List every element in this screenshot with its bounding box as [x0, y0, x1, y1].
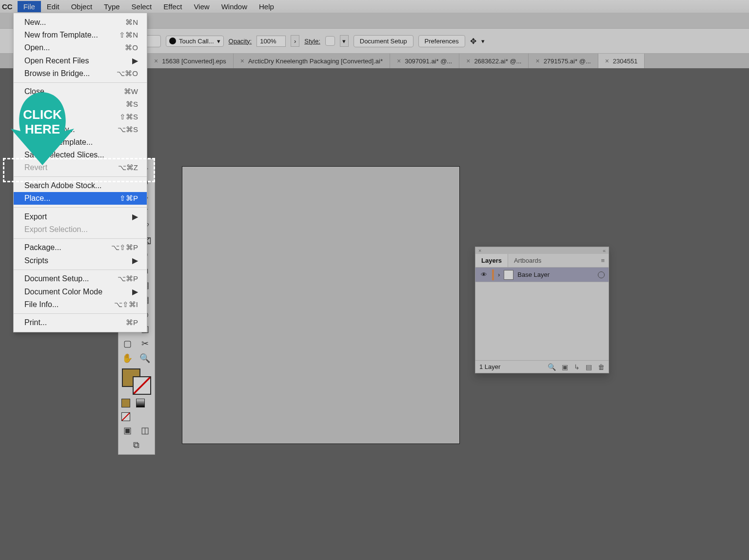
panel-menu-icon[interactable]: ≡	[597, 257, 609, 264]
menu-item[interactable]: Browse in Bridge...⌥⌘O	[14, 67, 147, 80]
menu-item[interactable]: Place...⇧⌘P	[14, 192, 147, 205]
close-icon[interactable]: ×	[466, 57, 470, 65]
menu-item[interactable]: Save as Template...	[14, 136, 147, 149]
menu-item-label: Save a Copy...	[24, 125, 75, 134]
screen-mode[interactable]: ▣	[118, 423, 136, 438]
change-screen[interactable]: ⧉	[118, 438, 154, 452]
menu-window[interactable]: Window	[216, 1, 253, 12]
menu-item-label: Open...	[24, 43, 50, 52]
layer-row[interactable]: 👁 › Base Layer	[475, 268, 609, 282]
opacity-flyout[interactable]: ›	[291, 35, 299, 47]
document-tab[interactable]: ×3097091.ai* @...	[390, 54, 459, 68]
style-swatch[interactable]	[325, 36, 335, 46]
tab-label: 2304551	[613, 58, 638, 65]
collapse-icon[interactable]: «	[603, 248, 606, 253]
style-dropdown[interactable]: ▾	[340, 35, 349, 47]
menu-item-label: Save As...	[24, 113, 59, 121]
visibility-icon[interactable]: 👁	[479, 271, 488, 278]
close-icon[interactable]: ×	[535, 57, 539, 65]
close-icon[interactable]: ×	[240, 57, 244, 65]
menu-shortcut: ⌘W	[124, 87, 138, 96]
menu-item[interactable]: File Info...⌥⇧⌘I	[14, 298, 147, 311]
menu-item[interactable]: Open...⌘O	[14, 41, 147, 54]
menu-shortcut: ⌥⌘S	[118, 125, 138, 134]
menu-item[interactable]: Open Recent Files▶	[14, 54, 147, 67]
tab-label: ArcticDry Kneelength Packaging [Converte…	[248, 58, 383, 65]
pin-icon[interactable]: ✥	[470, 37, 476, 46]
menu-item[interactable]: Close⌘W	[14, 85, 147, 98]
target-icon[interactable]	[598, 271, 605, 278]
screen-mode-alt[interactable]: ◫	[136, 423, 154, 438]
menu-shortcut: ⇧⌘S	[119, 113, 138, 121]
stroke-label: Touch Call...	[179, 38, 214, 45]
find-layer-icon[interactable]: 🔍	[548, 363, 556, 371]
menu-item[interactable]: Save⌘S	[14, 98, 147, 111]
menu-item[interactable]: Save As...⇧⌘S	[14, 111, 147, 123]
fill-stroke-swatches[interactable]	[121, 368, 152, 395]
file-menu-dropdown: New...⌘NNew from Template...⇧⌘NOpen...⌘O…	[13, 13, 147, 332]
menu-item[interactable]: Search Adobe Stock...	[14, 179, 147, 192]
chevron-down-icon: ▾	[217, 38, 220, 45]
menu-item[interactable]: Document Color Mode▶	[14, 285, 147, 298]
menu-view[interactable]: View	[188, 1, 215, 12]
menu-item[interactable]: Document Setup...⌥⌘P	[14, 272, 147, 285]
stroke-swatch[interactable]	[133, 376, 151, 395]
submenu-arrow-icon: ▶	[132, 287, 138, 296]
menu-type[interactable]: Type	[98, 1, 126, 12]
menu-item[interactable]: Package...⌥⇧⌘P	[14, 241, 147, 254]
tool-zoom[interactable]: 🔍	[136, 351, 154, 366]
document-tab[interactable]: ×2304551	[598, 54, 645, 68]
chevron-down-icon[interactable]: ▾	[481, 38, 485, 45]
menu-shortcut: ⌥⇧⌘P	[111, 243, 138, 252]
tool-slice[interactable]: ✂	[136, 336, 154, 351]
document-tab[interactable]: ×2791575.ai* @...	[529, 54, 598, 68]
close-icon[interactable]: ×	[605, 57, 609, 65]
document-setup-button[interactable]: Document Setup	[354, 35, 414, 47]
color-mode-fill[interactable]	[121, 399, 130, 407]
stroke-dropdown[interactable]: Touch Call... ▾	[166, 36, 224, 47]
tab-label: 2683622.ai* @...	[474, 58, 521, 65]
menu-item[interactable]: Save a Copy...⌥⌘S	[14, 123, 147, 136]
close-icon[interactable]: ×	[154, 57, 158, 65]
close-icon[interactable]: ×	[397, 57, 401, 65]
chevron-right-icon[interactable]: ›	[498, 271, 500, 278]
opacity-value[interactable]: 100%	[256, 36, 286, 47]
artboard-canvas[interactable]	[182, 166, 460, 444]
delete-layer-icon[interactable]: 🗑	[598, 363, 605, 371]
menubar: CC File Edit Object Type Select Effect V…	[0, 0, 749, 13]
menu-effect[interactable]: Effect	[158, 1, 188, 12]
menu-item-label: New...	[24, 18, 46, 27]
document-tab[interactable]: ×2683622.ai* @...	[459, 54, 529, 68]
preferences-button[interactable]: Preferences	[418, 35, 465, 47]
menu-item-label: Export	[24, 212, 47, 221]
menu-file[interactable]: File	[18, 1, 41, 12]
menu-item[interactable]: Save Selected Slices...	[14, 149, 147, 161]
close-icon[interactable]: ×	[478, 248, 481, 253]
tool-artboard[interactable]: ▢	[118, 336, 136, 351]
menu-item[interactable]: New...⌘N	[14, 16, 147, 29]
menu-edit[interactable]: Edit	[41, 1, 65, 12]
new-layer-icon[interactable]: ▤	[586, 363, 592, 371]
menu-item[interactable]: Scripts▶	[14, 254, 147, 267]
tab-artboards[interactable]: Artboards	[508, 254, 547, 267]
color-mode-none[interactable]	[121, 412, 130, 421]
submenu-arrow-icon: ▶	[132, 256, 138, 265]
menu-help[interactable]: Help	[253, 1, 280, 12]
menu-select[interactable]: Select	[126, 1, 158, 12]
layer-name[interactable]: Base Layer	[517, 271, 594, 278]
menu-item[interactable]: New from Template...⇧⌘N	[14, 29, 147, 41]
menu-item-label: New from Template...	[24, 31, 98, 39]
make-clip-icon[interactable]: ▣	[562, 363, 568, 371]
menu-item[interactable]: Print...⌘P	[14, 316, 147, 329]
menu-item-label: Print...	[24, 318, 47, 327]
menu-item[interactable]: Export▶	[14, 210, 147, 223]
menu-item-label: Scripts	[24, 256, 48, 265]
document-tab[interactable]: ×ArcticDry Kneelength Packaging [Convert…	[234, 54, 390, 68]
document-tab[interactable]: ×15638 [Converted].eps	[147, 54, 234, 68]
tab-layers[interactable]: Layers	[475, 254, 508, 267]
color-mode-gradient[interactable]	[136, 399, 145, 407]
tool-hand[interactable]: ✋	[118, 351, 136, 366]
create-sublayer-icon[interactable]: ↳	[574, 363, 580, 371]
layers-footer: 1 Layer 🔍 ▣ ↳ ▤ 🗑	[475, 360, 609, 373]
menu-object[interactable]: Object	[65, 1, 98, 12]
